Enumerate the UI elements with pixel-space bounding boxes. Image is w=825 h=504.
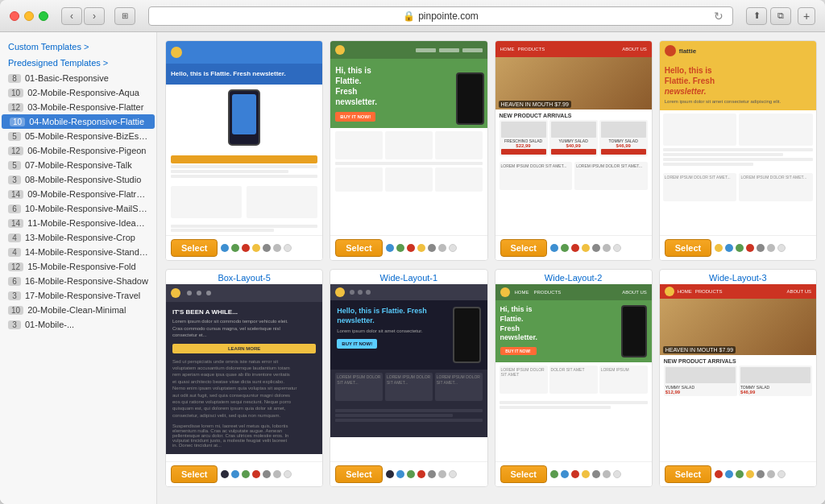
color-dot[interactable] [273,244,281,252]
color-dot[interactable] [736,244,744,252]
color-dot[interactable] [407,244,415,252]
sidebar-item-07[interactable]: 5 07-Mobile-Responsive-Talk [0,158,156,172]
color-dot[interactable] [449,470,457,478]
sidebar-item-11[interactable]: 14 11-Mobile-Responsive-IdeaMail [0,216,156,230]
traffic-lights [10,11,48,21]
color-dot[interactable] [231,244,239,252]
back-button[interactable]: ‹ [61,7,82,25]
sidebar-item-08[interactable]: 3 08-Mobile-Responsive-Studio [0,172,156,187]
color-dot[interactable] [438,244,446,252]
sidebar: Custom Templates > Predesigned Templates… [0,32,157,504]
sidebar-item-05[interactable]: 5 05-Mobile-Responsive-BizEssentials [0,129,156,143]
color-dot[interactable] [757,244,765,252]
forward-button[interactable]: › [84,7,105,25]
color-dot[interactable] [725,470,733,478]
color-dot[interactable] [396,470,404,478]
select-button-wide3[interactable]: Select [665,465,711,483]
address-bar[interactable]: 🔒 pinpointe.com ↻ [148,6,733,26]
sidebar-item-09[interactable]: 14 09-Mobile-Responsive-Flatroway [0,187,156,201]
color-dot[interactable] [561,244,569,252]
color-dot[interactable] [777,244,786,252]
sidebar-item-20[interactable]: 10 20-Mobile-Clean-Minimal [0,303,156,317]
color-dot[interactable] [284,244,292,252]
color-dot[interactable] [428,470,436,478]
color-dot[interactable] [777,470,786,478]
color-dot[interactable] [613,470,621,478]
color-dot[interactable] [550,244,558,252]
select-button-blue[interactable]: Select [171,239,218,257]
select-button-yellow[interactable]: Select [665,239,711,257]
color-dot[interactable] [613,244,621,252]
color-dot[interactable] [582,244,590,252]
sidebar-item-16[interactable]: 6 16-Mobile-Responsive-Shadow [0,274,156,288]
color-dot[interactable] [386,244,394,252]
color-dot[interactable] [428,244,436,252]
color-dot[interactable] [221,244,229,252]
color-dot[interactable] [273,470,281,478]
color-dot[interactable] [582,470,590,478]
color-dot[interactable] [221,470,229,478]
item-count-21: 3 [8,320,21,329]
color-dot[interactable] [592,470,600,478]
reload-button[interactable]: ↻ [710,7,728,25]
color-dot[interactable] [242,244,250,252]
item-label-14: 14-Mobile-Responsive-Standard [25,247,148,257]
color-dot[interactable] [571,470,579,478]
color-dot[interactable] [767,470,775,478]
minimize-button[interactable] [24,11,34,21]
sidebar-item-14[interactable]: 4 14-Mobile-Responsive-Standard [0,245,156,259]
color-dot[interactable] [746,470,754,478]
new-tab-button[interactable]: + [798,7,815,25]
sidebar-item-15[interactable]: 12 15-Mobile-Responsive-Fold [0,259,156,274]
predesigned-templates-link[interactable]: Predesigned Templates > [0,55,156,71]
color-dot[interactable] [438,470,446,478]
color-dot[interactable] [396,244,404,252]
color-dot[interactable] [603,470,611,478]
custom-templates-link[interactable]: Custom Templates > [0,39,156,55]
color-dot[interactable] [767,244,775,252]
color-dot[interactable] [252,470,260,478]
sidebar-item-21[interactable]: 3 01-Mobile-... [0,317,156,332]
select-button-wide1[interactable]: Select [335,465,382,483]
share-button[interactable]: ⬆ [746,7,767,25]
color-dot[interactable] [603,244,611,252]
color-dot[interactable] [284,470,292,478]
maximize-button[interactable] [39,11,48,21]
color-dot[interactable] [550,470,558,478]
sidebar-item-02[interactable]: 10 02-Mobile-Responsive-Aqua [0,85,156,100]
color-dot[interactable] [592,244,600,252]
sidebar-item-17[interactable]: 3 17-Mobile-Responsive-Travel [0,288,156,303]
sidebar-item-03[interactable]: 12 03-Mobile-Responsive-Flatter [0,100,156,114]
color-dot[interactable] [725,244,733,252]
color-dot[interactable] [757,470,765,478]
sidebar-item-13[interactable]: 4 13-Mobile-Responsive-Crop [0,230,156,245]
close-button[interactable] [10,11,19,21]
sidebar-item-01[interactable]: 8 01-Basic-Responsive [0,71,156,85]
color-dot[interactable] [417,470,425,478]
tab-view-button[interactable]: ⊞ [114,7,135,25]
template-card-wide1: Wide-Layout-1 [330,269,487,487]
color-dot[interactable] [263,470,271,478]
open-tab-button[interactable]: ⧉ [770,7,791,25]
color-dot[interactable] [386,470,394,478]
sidebar-item-06[interactable]: 12 06-Mobile-Responsive-Pigeon [0,143,156,158]
color-dot[interactable] [571,244,579,252]
sidebar-item-04[interactable]: 10 04-Mobile-Responsive-Flattie [2,114,155,129]
select-button-wide2[interactable]: Select [500,465,547,483]
select-button-box5[interactable]: Select [171,465,218,483]
color-dot[interactable] [417,244,425,252]
color-dot[interactable] [715,470,723,478]
color-dot[interactable] [407,470,415,478]
color-dot[interactable] [242,470,250,478]
sidebar-item-10[interactable]: 6 10-Mobile-Responsive-MailStox [0,201,156,216]
color-dot[interactable] [231,470,239,478]
color-dot[interactable] [252,244,260,252]
color-dot[interactable] [715,244,723,252]
color-dot[interactable] [449,244,457,252]
select-button-green[interactable]: Select [335,239,382,257]
color-dot[interactable] [561,470,569,478]
color-dot[interactable] [736,470,744,478]
color-dot[interactable] [746,244,754,252]
color-dot[interactable] [263,244,271,252]
select-button-food[interactable]: Select [500,239,547,257]
